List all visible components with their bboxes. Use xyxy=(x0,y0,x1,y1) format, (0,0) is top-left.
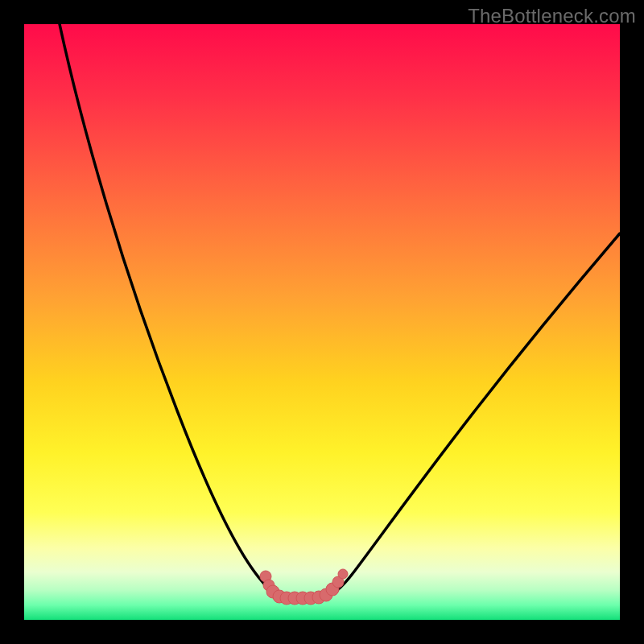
watermark-text: TheBottleneck.com xyxy=(468,5,636,27)
left-curve xyxy=(60,24,283,597)
outer-frame: TheBottleneck.com xyxy=(0,0,644,644)
right-curve xyxy=(322,233,620,597)
marker-dot xyxy=(338,569,348,579)
valley-marker-group xyxy=(260,569,348,605)
plot-area xyxy=(24,24,620,620)
curve-layer xyxy=(24,24,620,620)
